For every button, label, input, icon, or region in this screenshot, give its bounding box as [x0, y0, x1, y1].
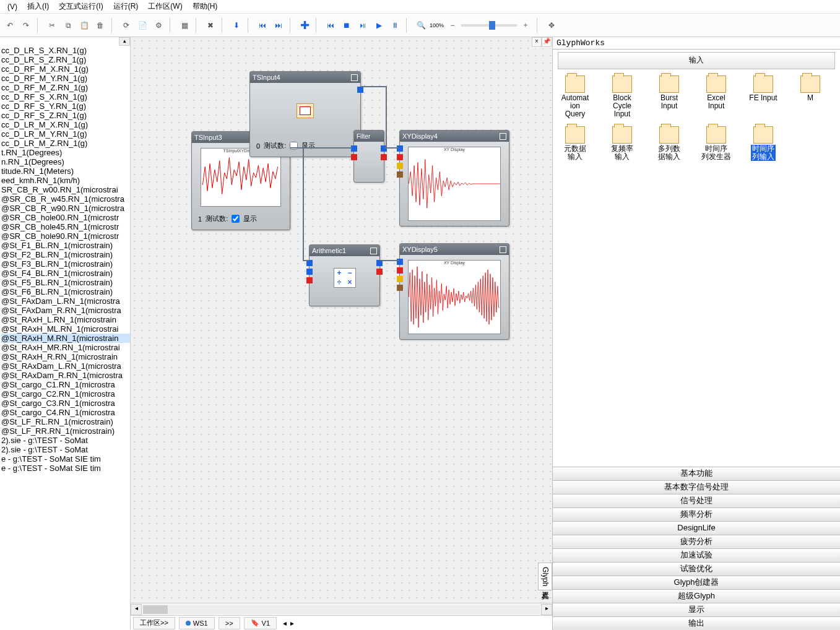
paste-icon[interactable]: 📋 — [77, 18, 92, 33]
step-back-icon[interactable]: ⏮ — [255, 18, 270, 33]
port-in-2[interactable] — [351, 154, 357, 160]
channel-row[interactable]: @SR_CB_hole90.RN_1(microstr — [1, 231, 130, 241]
glyph-icon[interactable]: 复频率输入 — [604, 126, 641, 162]
channel-row[interactable]: @St_RAxH_L.RN_1(microstrain — [1, 315, 130, 324]
channel-row[interactable]: t.RN_1(Degrees) — [1, 148, 130, 157]
zoom-slider[interactable] — [461, 24, 517, 27]
add-icon[interactable]: ✚ — [297, 18, 312, 33]
window-icon[interactable] — [351, 74, 358, 81]
window-icon[interactable] — [500, 246, 506, 253]
channel-row[interactable]: cc_D_RF_S_X.RN_1(g) — [1, 92, 130, 101]
channel-row[interactable]: @St_RAxH_ML.RN_1(microstrai — [1, 324, 130, 334]
category-item[interactable]: 信号处理 — [553, 494, 840, 507]
close-doc-icon[interactable]: ✖ — [203, 18, 218, 33]
show-checkbox[interactable] — [232, 215, 240, 223]
pin-icon[interactable]: 📌 — [542, 37, 552, 47]
port-out-2[interactable] — [381, 154, 387, 160]
channel-row[interactable]: @St_F6_BL.RN_1(microstrain) — [1, 287, 130, 296]
channel-row[interactable]: @St_F4_BL.RN_1(microstrain) — [1, 269, 130, 278]
download-icon[interactable]: ⬇ — [229, 18, 244, 33]
channel-row[interactable]: @SR_CB_hole45.RN_1(microstr — [1, 222, 130, 231]
channel-row[interactable]: cc_D_LR_M_X.RN_1(g) — [1, 120, 130, 129]
channel-row[interactable]: cc_D_RF_M_Z.RN_1(g) — [1, 83, 130, 92]
port-in[interactable] — [351, 145, 357, 152]
channel-row[interactable]: @SR_CB_hole00.RN_1(microstr — [1, 213, 130, 222]
menu-run[interactable]: 运行(R) — [110, 1, 142, 12]
channel-row[interactable]: n.RN_1(Degrees) — [1, 157, 130, 166]
category-item[interactable]: 超级Glyph — [553, 589, 840, 603]
channel-row[interactable]: e - g:\TEST - SoMat SIE tim — [1, 454, 130, 464]
category-item[interactable]: 加速试验 — [553, 548, 840, 562]
channel-row[interactable]: cc_D_LR_M_Y.RN_1(g) — [1, 129, 130, 139]
zoom-in-icon[interactable]: ＋ — [518, 18, 533, 33]
category-item[interactable]: 基本数字信号处理 — [553, 480, 840, 494]
window-icon[interactable] — [500, 133, 506, 140]
zoom-reset-icon[interactable]: 🔍 — [414, 18, 428, 33]
category-item[interactable]: 试验优化 — [553, 562, 840, 576]
glyph-icon[interactable]: 时间序列输入 — [745, 126, 782, 162]
channel-row[interactable]: cc_D_LR_M_Z.RN_1(g) — [1, 139, 130, 148]
channel-row[interactable]: @St_cargo_C4.RN_1(microstra — [1, 408, 130, 417]
channel-row[interactable]: @St_RAxH_MR.RN_1(microstrai — [1, 343, 130, 352]
channel-row[interactable]: @St_F5_BL.RN_1(microstrain) — [1, 278, 130, 287]
category-item[interactable]: 基本功能 — [553, 467, 840, 480]
close-icon[interactable]: × — [532, 37, 542, 47]
glyph-icon[interactable]: 时间序列发生器 — [698, 126, 735, 162]
channel-row[interactable]: cc_D_RF_S_Z.RN_1(g) — [1, 111, 130, 120]
node-arithmetic[interactable]: Arithmetic1 +−÷× — [309, 244, 380, 306]
menu-insert[interactable]: 插入(I) — [24, 1, 53, 12]
channel-row[interactable]: e - g:\TEST - SoMat SIE tim — [1, 464, 130, 473]
tab-nav-right[interactable]: ▸ — [290, 619, 294, 628]
channel-row[interactable]: @SR_CB_R_w45.RN_1(microstra — [1, 194, 130, 204]
window-icon[interactable] — [370, 248, 377, 254]
category-item[interactable]: DesignLife — [553, 521, 840, 535]
channel-row[interactable]: eed_kmh.RN_1(km/h) — [1, 176, 130, 185]
gear-icon[interactable]: ⚙ — [151, 18, 166, 33]
scroll-up-button[interactable]: ▴ — [119, 37, 130, 46]
node-xydisplay4[interactable]: XYDisplay4 XY Display — [399, 130, 509, 227]
zoom-out-icon[interactable]: − — [445, 18, 460, 33]
channel-row[interactable]: cc_D_RF_S_Y.RN_1(g) — [1, 101, 130, 111]
channel-row[interactable]: @St_FAxDam_R.RN_1(microstra — [1, 306, 130, 315]
channel-row[interactable]: @St_LF_RL.RN_1(microstrain) — [1, 417, 130, 426]
menu-interactive[interactable]: 交互式运行(I) — [55, 1, 106, 12]
play-icon[interactable]: ▶ — [371, 18, 386, 33]
category-item[interactable]: Glyph创建器 — [553, 576, 840, 589]
canvas-hscroll[interactable]: ◂ ▸ — [131, 603, 552, 615]
channel-row[interactable]: 2).sie - g:\TEST - SoMat — [1, 445, 130, 454]
channel-row[interactable]: @St_LF_RR.RN_1(microstrain) — [1, 426, 130, 436]
glyph-icon[interactable]: 多列数据输入 — [651, 126, 688, 162]
category-item[interactable]: 显示 — [553, 603, 840, 616]
tab-vs[interactable]: >> — [219, 617, 240, 629]
channel-row[interactable]: @St_RAxDam_L.RN_1(microstra — [1, 361, 130, 371]
channel-row[interactable]: @St_RAxH_M.RN_1(microstrain — [1, 334, 130, 343]
channel-row[interactable]: @St_RAxDam_R.RN_1(microstra — [1, 371, 130, 380]
stop-icon[interactable]: ⏹ — [339, 18, 354, 33]
glyph-icon[interactable]: ExcelInput — [698, 76, 735, 119]
node-tsinput4[interactable]: TSInput4 0 测试数: 显示 — [249, 71, 361, 157]
show-checkbox[interactable] — [290, 142, 298, 150]
copy-icon[interactable]: ⧉ — [61, 18, 76, 33]
glyph-toolbar-sidetab[interactable]: Glyph工具栏 — [538, 563, 552, 590]
glyph-icon[interactable]: AutomationQuery — [556, 76, 594, 119]
channel-row[interactable]: @St_cargo_C1.RN_1(microstra — [1, 380, 130, 389]
channel-row[interactable]: @St_F2_BL.RN_1(microstrain) — [1, 250, 130, 259]
channel-row[interactable]: titude.RN_1(Meters) — [1, 166, 130, 176]
channel-row[interactable]: cc_D_RF_M_Y.RN_1(g) — [1, 74, 130, 83]
align-icon[interactable]: ▦ — [177, 18, 192, 33]
channel-row[interactable]: @SR_CB_R_w90.RN_1(microstra — [1, 204, 130, 213]
category-item[interactable]: 输出 — [553, 616, 840, 630]
redo-icon[interactable]: ↷ — [19, 18, 33, 33]
channel-row[interactable]: cc_D_LR_S_Z.RN_1(g) — [1, 55, 130, 64]
tab-ws1[interactable]: WS1 — [179, 617, 215, 629]
menu-workspace[interactable]: 工作区(W) — [144, 1, 186, 12]
undo-icon[interactable]: ↶ — [2, 18, 17, 33]
channel-row[interactable]: @St_FAxDam_L.RN_1(microstra — [1, 296, 130, 306]
glyph-icon[interactable]: BurstInput — [651, 76, 688, 119]
pause-icon[interactable]: ⏸ — [388, 18, 402, 33]
glyph-icon[interactable]: 元数据输入 — [556, 126, 594, 162]
channel-row[interactable]: @St_F1_BL.RN_1(microstrain) — [1, 241, 130, 250]
channel-row[interactable]: @St_RAxH_R.RN_1(microstrain — [1, 352, 130, 361]
step-fwd-icon[interactable]: ⏭ — [271, 18, 286, 33]
channel-row[interactable]: cc_D_RF_M_X.RN_1(g) — [1, 64, 130, 74]
